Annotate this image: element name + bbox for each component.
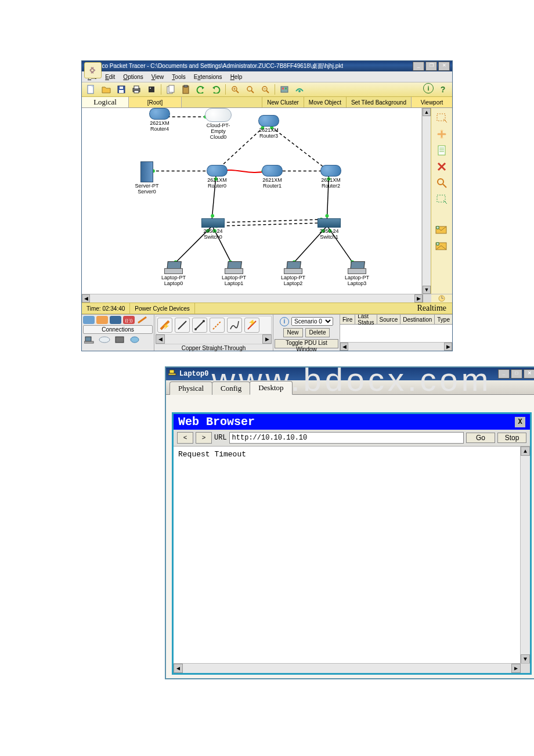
viewport-button[interactable]: Viewport — [411, 97, 452, 107]
browser-close-button[interactable]: X — [515, 417, 525, 427]
cloud0-node[interactable]: Cloud-PT-EmptyCloud0 — [201, 108, 236, 141]
browser-forward-button[interactable]: > — [196, 432, 212, 444]
server0-node[interactable]: Server-PTServer0 — [129, 161, 164, 195]
conn-auto-icon[interactable]: ⚡ — [157, 318, 172, 333]
sim-mode-icon[interactable] — [438, 295, 446, 302]
power-cycle-button[interactable]: Power Cycle Devices — [130, 303, 194, 314]
browser-viewport[interactable]: Request Timeout ▲▼ ◀▶ — [174, 447, 530, 673]
canvas-horizontal-scrollbar[interactable]: ◀ ▶ — [82, 294, 452, 303]
conn-console-icon[interactable] — [175, 318, 190, 333]
new-file-icon[interactable] — [84, 83, 98, 96]
router4-node[interactable]: 2621XMRouter4 — [142, 108, 177, 132]
tab-config[interactable]: Config — [212, 381, 250, 395]
redo-icon[interactable] — [209, 83, 223, 96]
laptop0-node[interactable]: Laptop-PTLaptop0 — [156, 261, 191, 287]
cat-switches-icon[interactable] — [96, 316, 108, 324]
zoom-out-icon[interactable] — [258, 83, 272, 96]
resize-tool-icon[interactable] — [434, 193, 449, 206]
switch1-node[interactable]: 2950-24Switch1 — [312, 218, 347, 240]
pdu-hdr-source[interactable]: Source — [377, 315, 401, 324]
topology-canvas[interactable]: 2621XMRouter4 Cloud-PT-EmptyCloud0 2621X… — [82, 108, 422, 294]
custom-devices-icon[interactable] — [293, 83, 306, 96]
menu-help[interactable]: Help — [227, 74, 246, 80]
conn-copper-cross-icon[interactable] — [210, 318, 225, 333]
delete-tool-icon[interactable] — [434, 160, 449, 173]
cat-end-devices-icon[interactable] — [83, 335, 96, 344]
new-cluster-button[interactable]: New Cluster — [262, 97, 303, 107]
root-button[interactable]: [Root] — [129, 97, 182, 107]
palette-icon[interactable] — [277, 83, 291, 96]
browser-stop-button[interactable]: Stop — [497, 433, 526, 443]
pdu-hdr-destination[interactable]: Destination — [400, 315, 435, 324]
router3-node[interactable]: 2621XMRouter3 — [251, 115, 286, 139]
move-tool-icon[interactable] — [434, 128, 449, 141]
open-file-icon[interactable] — [99, 83, 113, 96]
help-icon[interactable]: ? — [436, 83, 450, 96]
conn-scroll-right[interactable]: ▶ — [262, 334, 272, 344]
set-bg-button[interactable]: Set Tiled Background — [346, 97, 411, 107]
router2-node[interactable]: 2621XMRouter2 — [313, 165, 348, 189]
inspect-tool-icon[interactable] — [434, 177, 449, 189]
cat-routers-icon[interactable] — [83, 316, 95, 324]
zoom-in-icon[interactable] — [228, 83, 242, 96]
zoom-reset-icon[interactable] — [243, 83, 257, 96]
close-button[interactable]: ✕ — [438, 62, 450, 71]
restore-button[interactable]: ❐ — [425, 62, 437, 71]
paste-icon[interactable] — [179, 83, 193, 96]
laptop3-node[interactable]: Laptop-PTLaptop3 — [340, 261, 374, 287]
save-icon[interactable] — [114, 83, 128, 96]
cat-multiuser-icon[interactable] — [128, 335, 141, 344]
pdu-horizontal-scrollbar[interactable]: ◀▶ — [340, 342, 452, 351]
minimize-button[interactable]: _ — [413, 62, 424, 71]
pdu-hdr-last-status[interactable]: Last Status — [355, 315, 377, 324]
cat-custom-icon[interactable] — [113, 335, 126, 344]
browser-back-button[interactable]: < — [177, 432, 193, 444]
browser-titlebar[interactable]: Web Browser X — [174, 414, 530, 430]
menu-edit[interactable]: Edit — [102, 74, 118, 80]
router0-node[interactable]: 2621XMRouter0 — [200, 165, 234, 189]
scenario-info-icon[interactable]: i — [280, 317, 289, 326]
undo-icon[interactable] — [194, 83, 208, 96]
laptop2-node[interactable]: Laptop-PTLaptop2 — [276, 261, 311, 287]
realtime-tab[interactable]: Realtime — [411, 304, 452, 313]
cat-wireless-icon[interactable]: ((·)) — [123, 316, 135, 324]
tab-desktop[interactable]: Desktop — [250, 381, 292, 395]
laptop0-close-button[interactable]: ✕ — [524, 369, 534, 379]
main-titlebar[interactable]: Cisco Packet Tracer - C:\Documents and S… — [82, 61, 452, 71]
toggle-pdu-list-button[interactable]: Toggle PDU List Window — [275, 339, 338, 348]
switch0-node[interactable]: 2950-24Switch0 — [196, 218, 230, 240]
canvas-vertical-scrollbar[interactable]: ▲ ▼ — [422, 108, 431, 294]
laptop1-node[interactable]: Laptop-PTLaptop1 — [217, 261, 251, 287]
note-tool-icon[interactable] — [434, 144, 449, 157]
laptop0-titlebar[interactable]: Laptop0 _ □ ✕ — [166, 368, 534, 380]
info-icon[interactable]: i — [423, 83, 434, 93]
menu-options[interactable]: Options — [120, 74, 146, 80]
url-input[interactable] — [229, 432, 464, 444]
conn-copper-straight-icon[interactable] — [192, 318, 207, 333]
add-complex-pdu-icon[interactable] — [434, 239, 449, 252]
cat-hubs-icon[interactable] — [110, 316, 121, 324]
conn-scroll-left[interactable]: ◀ — [156, 334, 165, 344]
tab-physical[interactable]: Physical — [169, 381, 212, 395]
cat-wan-icon[interactable] — [98, 335, 111, 344]
logical-tab[interactable]: Logical — [82, 97, 129, 107]
scenario-new-button[interactable]: New — [283, 328, 303, 337]
wizard-icon[interactable] — [145, 83, 158, 96]
navigation-back-icon[interactable] — [84, 62, 102, 78]
router1-node[interactable]: 2621XMRouter1 — [255, 165, 290, 189]
select-tool-icon[interactable] — [434, 111, 449, 124]
pdu-list-body[interactable] — [340, 325, 452, 342]
conn-phone-icon[interactable]: ⚡ — [244, 318, 259, 333]
menu-tools[interactable]: Tools — [168, 74, 189, 80]
pdu-hdr-fire[interactable]: Fire — [340, 315, 355, 324]
menu-extensions[interactable]: Extensions — [190, 74, 226, 80]
pdu-hdr-type[interactable]: Type — [435, 315, 452, 324]
laptop0-minimize-button[interactable]: _ — [498, 369, 510, 379]
browser-vertical-scrollbar[interactable]: ▲▼ — [520, 447, 530, 673]
copy-icon[interactable] — [164, 83, 178, 96]
print-icon[interactable] — [129, 83, 143, 96]
browser-horizontal-scrollbar[interactable]: ◀▶ — [174, 663, 530, 673]
add-simple-pdu-icon[interactable] — [434, 223, 449, 236]
scenario-select[interactable]: Scenario 0 — [291, 317, 333, 326]
conn-fiber-icon[interactable] — [227, 318, 242, 333]
